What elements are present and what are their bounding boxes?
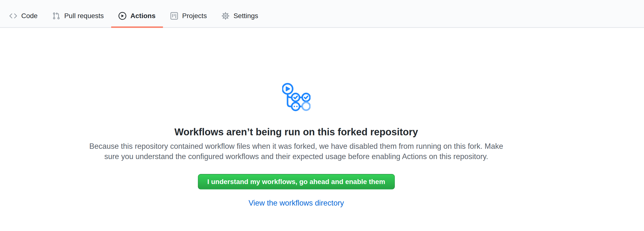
notice-description: Because this repository contained workfl… xyxy=(0,141,592,162)
repo-nav: Code Pull requests Actions Projects xyxy=(0,0,644,28)
tab-label: Actions xyxy=(130,13,156,19)
workflow-graph-icon xyxy=(282,83,310,111)
actions-disabled-notice: Workflows aren’t being run on this forke… xyxy=(0,28,592,207)
tab-actions[interactable]: Actions xyxy=(111,5,163,27)
tab-projects[interactable]: Projects xyxy=(163,5,214,27)
code-icon xyxy=(9,12,17,20)
tab-label: Code xyxy=(21,13,38,19)
tab-settings[interactable]: Settings xyxy=(214,5,266,27)
git-pull-request-icon xyxy=(52,12,60,20)
tab-pull-requests[interactable]: Pull requests xyxy=(45,5,111,27)
tab-code[interactable]: Code xyxy=(2,5,45,27)
notice-title: Workflows aren’t being run on this forke… xyxy=(0,126,592,138)
tab-label: Projects xyxy=(182,13,207,19)
enable-workflows-button[interactable]: I understand my workflows, go ahead and … xyxy=(198,174,395,189)
project-icon xyxy=(170,12,178,20)
tab-label: Settings xyxy=(234,13,258,19)
gear-icon xyxy=(222,12,230,20)
play-icon xyxy=(118,12,126,20)
tab-label: Pull requests xyxy=(64,13,104,19)
workflows-directory-link[interactable]: View the workflows directory xyxy=(248,199,344,207)
